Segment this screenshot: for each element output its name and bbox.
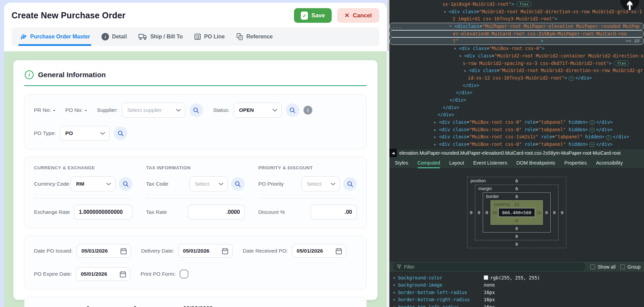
expand-ellipsis-icon[interactable]: ⋯ — [606, 135, 611, 140]
dom-tree-node[interactable]: </div> — [389, 82, 644, 89]
expand-ellipsis-icon[interactable]: ⋯ — [589, 120, 595, 125]
tree-arrow-icon[interactable]: ▶ — [434, 119, 439, 126]
dom-tree-node[interactable]: ▶<div class="MuiBox-root css-0" role="ta… — [389, 126, 644, 134]
devtools-tab-computed[interactable]: Computed — [418, 157, 440, 168]
po-type-select[interactable]: PO — [60, 126, 110, 141]
discount-input[interactable]: .00 — [311, 205, 357, 220]
po-expire-label: PO Expire Date: — [34, 271, 72, 277]
code-segment: t" — [453, 37, 458, 45]
dom-tree-node[interactable]: ▶<div class="MuiBox-root css-0" role="ta… — [389, 119, 644, 126]
tree-arrow-icon[interactable]: ▼ — [454, 45, 459, 53]
dom-tree-node[interactable]: </div> — [389, 89, 644, 97]
dom-tree-node[interactable]: ▼<div class="MuiBox-root css-0"> — [389, 45, 644, 52]
exchange-rate-input[interactable]: 1.0000000000000 — [74, 205, 132, 220]
computed-property-row[interactable]: ▶background-colorrgb(255, 255, 255) — [389, 274, 644, 282]
code-segment: <div — [454, 23, 465, 30]
filter-input[interactable]: Filter — [393, 262, 586, 271]
section-underline — [24, 85, 367, 86]
dom-tree-node[interactable]: ▼<div class="MuiGrid2-root MuiGrid2-dire… — [389, 8, 644, 16]
app-scrollbar[interactable] — [387, 0, 389, 307]
breadcrumb-back-button[interactable]: ◀ — [389, 149, 397, 157]
tab-po-line[interactable]: PO Line — [194, 28, 224, 46]
expand-arrow-icon[interactable]: ▶ — [392, 305, 397, 307]
dom-tree-node[interactable]: ...▼<div class="MuiPaper-root MuiPaper-e… — [389, 23, 644, 30]
computed-property-row[interactable]: ▶border-top-left-radius16px — [389, 303, 644, 307]
position-label: position — [471, 178, 486, 183]
group-checkbox[interactable]: Group — [620, 264, 641, 270]
code-segment: hidden — [566, 127, 585, 132]
tree-arrow-icon[interactable]: ▶ — [434, 126, 439, 134]
expand-arrow-icon[interactable]: ▶ — [392, 283, 397, 287]
status-select[interactable]: OPEN — [234, 103, 282, 118]
delivery-date-input[interactable]: 05/01/2026 — [178, 244, 233, 258]
scrollbar-thumb[interactable] — [387, 0, 389, 51]
computed-property-row[interactable]: ▶border-bottom-left-radius16px — [389, 289, 644, 296]
devtools-tab-accessibility[interactable]: Accessibility — [596, 157, 623, 168]
dom-tree-node[interactable]: er-elevation0 MuiCard-root css-2s58ym-Mu… — [389, 30, 644, 38]
devtools-tab-properties[interactable]: Properties — [564, 157, 587, 168]
tree-arrow-icon[interactable]: ▼ — [444, 8, 449, 16]
cancel-button[interactable]: ✕ Cancel — [337, 8, 379, 23]
tab-detail[interactable]: iDetail — [102, 28, 127, 46]
expand-ellipsis-icon[interactable]: ⋯ — [589, 128, 595, 132]
tab-reference[interactable]: Reference — [236, 28, 273, 46]
expand-ellipsis-icon[interactable]: ⋯ — [569, 76, 574, 81]
po-type-search-button[interactable] — [114, 126, 127, 140]
expand-ellipsis-icon[interactable]: ⋯ — [589, 142, 595, 147]
dom-tree-node[interactable]: ▶<div class="MuiGrid2-root MuiGrid2-dire… — [389, 67, 644, 74]
expand-arrow-icon[interactable]: ▶ — [392, 298, 397, 301]
discount-value: .00 — [345, 209, 352, 215]
po-priority-search-button[interactable] — [343, 177, 357, 191]
tree-arrow-icon[interactable]: ▼ — [459, 53, 464, 60]
save-button[interactable]: ✓ Save — [294, 8, 332, 23]
tree-arrow-icon[interactable]: ▼ — [449, 23, 454, 30]
computed-property-row[interactable]: ▶background-imagenone — [389, 282, 644, 289]
show-all-checkbox[interactable]: Show all — [590, 264, 615, 270]
date-received-input[interactable]: 05/01/2026 — [292, 244, 346, 258]
dom-tree-node[interactable]: 2 imgGird1 css-16fnxy3-MuiGrid2-root"> — [389, 15, 644, 23]
currency-code-label: Currency Code — [34, 181, 71, 187]
currency-search-button[interactable] — [119, 177, 132, 191]
supplier-select[interactable]: Select supplier — [122, 103, 185, 118]
print-po-form-checkbox[interactable] — [180, 270, 188, 278]
computed-property-row[interactable]: ▶border-bottom-right-radius16px — [389, 296, 644, 304]
dom-tree-node[interactable]: </div> — [389, 104, 644, 112]
dom-tree-node[interactable]: s-row MuiGrid2-spacing-xs-3 css-dkd71f-M… — [389, 60, 644, 67]
dom-tree-node[interactable]: </div> — [389, 97, 644, 104]
tree-arrow-icon[interactable]: ▶ — [434, 134, 439, 141]
flex-badge[interactable]: flex — [516, 1, 532, 7]
devtools-tab-dom-breakpoints[interactable]: DOM Breakpoints — [516, 157, 555, 168]
node-menu-dots[interactable]: ... — [392, 23, 402, 30]
tab-ship-bill-to[interactable]: Ship / Bill To — [139, 28, 183, 46]
po-no-field: PO No: - — [65, 107, 87, 113]
tree-arrow-icon[interactable]: ▶ — [464, 67, 469, 75]
dom-tree-node[interactable]: </div> — [389, 111, 644, 119]
dom-tree-node[interactable]: ▶<div class="MuiBox-root css-1sm2s1z" ro… — [389, 133, 644, 141]
currency-code-select[interactable]: RM — [71, 176, 115, 191]
dom-tree-node[interactable]: ss-1pi8xg4-MuiGrid2-root">flex — [389, 1, 644, 8]
dom-tree-node[interactable]: id-xs-12 css-16fnxy3-MuiGrid2-root">⋯</d… — [389, 74, 644, 82]
breadcrumb[interactable]: elevation.MuiPaper-rounded.MuiPaper-elev… — [397, 150, 621, 156]
dom-tree-node[interactable]: ▼<div class="MuiGrid2-root MuiGrid2-cont… — [389, 52, 644, 60]
print-count-field: Print Count: 0 — [103, 305, 137, 307]
status-search-button[interactable] — [286, 103, 299, 117]
supplier-search-button[interactable] — [189, 103, 203, 117]
dom-tree-node[interactable]: ▶<div class="MuiBox-root css-0" role="ta… — [389, 141, 644, 148]
dom-tree-node[interactable]: t"> == $0 — [389, 37, 644, 45]
flex-badge[interactable]: flex — [614, 61, 629, 66]
code-segment: > — [555, 16, 557, 21]
po-priority-select[interactable]: Select — [301, 176, 340, 191]
po-expire-input[interactable]: 05/01/2026 — [76, 267, 130, 281]
date-po-issued-input[interactable]: 05/01/2026 — [77, 244, 131, 258]
tax-code-search-button[interactable] — [231, 177, 245, 191]
tab-purchase-order-master[interactable]: Purchase Order Master — [20, 28, 90, 46]
devtools-tab-styles[interactable]: Styles — [395, 157, 408, 168]
tax-code-select[interactable]: Select — [189, 176, 228, 191]
devtools-tab-event-listeners[interactable]: Event Listeners — [473, 157, 507, 168]
tax-rate-input[interactable]: .0000 — [188, 205, 245, 220]
code-segment: <div — [439, 141, 450, 147]
expand-arrow-icon[interactable]: ▶ — [392, 291, 397, 294]
expand-arrow-icon[interactable]: ▶ — [392, 276, 397, 279]
devtools-tab-layout[interactable]: Layout — [449, 157, 464, 168]
tree-arrow-icon[interactable]: ▶ — [434, 141, 439, 149]
